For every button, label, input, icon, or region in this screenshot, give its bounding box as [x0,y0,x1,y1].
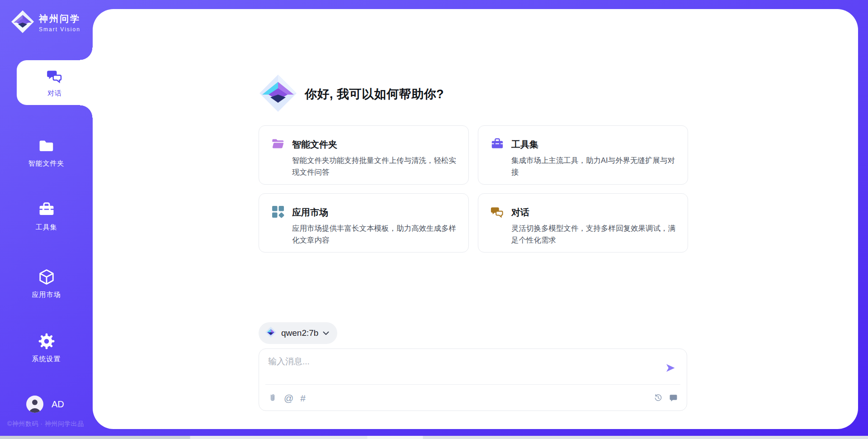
sidebar-item-label: 工具集 [0,223,93,232]
main-panel: 你好, 我可以如何帮助你? 智能文件夹 智能文件夹功能支持批量文件上传与清洗，轻… [93,9,858,429]
feature-cards: 智能文件夹 智能文件夹功能支持批量文件上传与清洗，轻松实现文件问答 工具集 集成… [259,125,688,253]
model-name: qwen2:7b [281,328,318,338]
card-title: 工具集 [511,138,677,151]
sidebar-item-label: 智能文件夹 [0,159,93,168]
cube-icon [38,268,55,287]
sidebar-item-label: 应用市场 [0,291,93,299]
model-selector[interactable]: qwen2:7b [259,322,337,344]
chat-icon [491,205,504,252]
sidebar-item-settings[interactable]: 系统设置 [0,333,93,363]
apps-grid-icon [271,205,285,252]
taskbar-edge [0,436,868,439]
greeting-text: 你好, 我可以如何帮助你? [305,86,444,102]
history-icon[interactable] [654,393,663,402]
card-app-market[interactable]: 应用市场 应用市场提供丰富长文本模板，助力高效生成多样化文章内容 [259,193,469,253]
folder-open-icon [271,137,285,184]
sidebar-item-chat[interactable]: 对话 [17,60,93,105]
send-icon[interactable] [665,363,676,373]
card-description: 灵活切换多模型文件，支持多样回复效果调试，满足个性化需求 [511,223,677,246]
copyright-text: ©神州数码 · 神州问学出品 [7,420,84,428]
card-description: 智能文件夹功能支持批量文件上传与清洗，轻松实现文件问答 [292,155,458,178]
hashtag-icon[interactable]: # [300,393,306,403]
greeting-row: 你好, 我可以如何帮助你? [259,74,444,115]
model-diamond-icon [265,326,277,340]
brand-logo: 神州问学 Smart Vision [11,10,80,35]
card-toolset[interactable]: 工具集 集成市场上主流工具，助力AI与外界无缝扩展与对接 [478,125,688,185]
brand-subtitle: Smart Vision [39,26,80,33]
sidebar-item-label: 系统设置 [0,355,93,363]
sidebar-item-label: 对话 [47,89,62,98]
card-title: 应用市场 [292,206,458,219]
brand-name: 神州问学 [39,13,80,25]
avatar [26,396,43,413]
sidebar: 神州问学 Smart Vision 对话 智能文件夹 [0,0,93,439]
message-input-card: @ # [259,348,687,411]
chat-bubble-icon[interactable] [669,394,678,402]
input-divider [265,384,680,385]
card-title: 智能文件夹 [292,138,458,151]
mention-icon[interactable]: @ [284,393,293,403]
toolbox-icon [491,137,504,184]
chat-icon [47,68,63,86]
card-smart-folder[interactable]: 智能文件夹 智能文件夹功能支持批量文件上传与清洗，轻松实现文件问答 [259,125,469,185]
message-input[interactable] [268,356,648,381]
brand-diamond-logo-icon [259,74,297,115]
gear-icon [38,333,55,352]
chevron-down-icon [323,329,329,337]
composer-toolbar: @ # [268,390,678,406]
sidebar-item-smart-folder[interactable]: 智能文件夹 [0,137,93,168]
sidebar-item-toolset[interactable]: 工具集 [0,201,93,232]
card-description: 应用市场提供丰富长文本模板，助力高效生成多样化文章内容 [292,223,458,246]
folder-icon [38,137,55,156]
toolbox-icon [38,201,55,220]
card-chat[interactable]: 对话 灵活切换多模型文件，支持多样回复效果调试，满足个性化需求 [478,193,688,253]
brand-diamond-icon [11,10,34,35]
user-initials: AD [52,399,64,410]
attachment-icon[interactable] [268,393,277,403]
sidebar-item-app-market[interactable]: 应用市场 [0,268,93,299]
card-description: 集成市场上主流工具，助力AI与外界无缝扩展与对接 [511,155,677,178]
composer: qwen2:7b @ # [259,322,687,411]
card-title: 对话 [511,206,677,219]
user-profile[interactable]: AD [26,396,64,413]
